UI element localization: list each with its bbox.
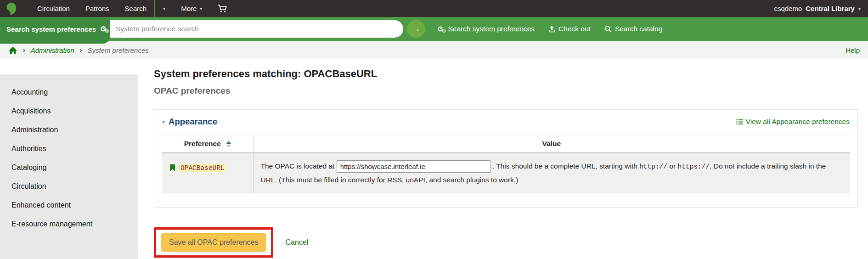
section-subtitle: OPAC preferences (154, 86, 858, 96)
preference-name: OPACBaseURL (179, 164, 226, 172)
quicklink-search-catalog[interactable]: Search catalog (604, 25, 662, 33)
breadcrumb-separator-icon: › (80, 46, 82, 54)
breadcrumb-current-page: System preferences (87, 46, 148, 54)
opacbaseurl-input[interactable] (337, 160, 490, 173)
help-link[interactable]: Help (845, 46, 860, 54)
chevron-down-icon: ▾ (200, 6, 202, 11)
form-actions: Save all OPAC preferences Cancel (154, 227, 858, 258)
arrow-right-icon: → (412, 24, 421, 34)
sidebar-item-enhanced-content[interactable]: Enhanced content (11, 201, 138, 209)
appearance-heading: Appearance (169, 117, 217, 127)
top-navbar: Circulation Patrons Search ▾ More▾ csqde… (0, 0, 868, 17)
search-submit-button[interactable]: → (407, 20, 425, 38)
page-title: System preferences matching: OPACBaseURL (154, 68, 858, 80)
view-all-appearance-link[interactable]: View all Appearance preferences (736, 118, 850, 126)
gears-icon: ⚙⚙ (437, 25, 445, 34)
quicklink-search-system-preferences[interactable]: ⚙⚙ Search system preferences (437, 25, 535, 34)
preference-value-cell: The OPAC is located at . This should be … (253, 153, 850, 193)
quicklink-check-out[interactable]: Check out (548, 25, 591, 33)
menu-search[interactable]: Search (117, 0, 155, 17)
caret-down-icon: ▾ (162, 118, 165, 125)
preferences-table: Preference Value OPACBaseURL The OPA (162, 135, 850, 193)
list-icon (736, 119, 743, 125)
sidebar-item-acquisitions[interactable]: Acquisitions (11, 107, 138, 115)
menu-more[interactable]: More▾ (173, 0, 210, 17)
koha-logo-icon[interactable] (5, 2, 18, 16)
home-icon (8, 46, 17, 55)
sidebar-item-cataloging[interactable]: Cataloging (11, 163, 138, 172)
save-all-opac-preferences-button[interactable]: Save all OPAC preferences (161, 233, 266, 252)
main-panel: System preferences matching: OPACBaseURL… (138, 59, 868, 259)
menu-search-dropdown[interactable]: ▾ (155, 0, 173, 17)
appearance-panel: ▾ Appearance View all Appearance prefere… (154, 109, 858, 208)
library-name: Central Library (806, 5, 855, 12)
gears-icon: ⚙⚙ (100, 25, 107, 34)
search-tab-label: Search system preferences (6, 25, 96, 33)
appearance-collapse-toggle[interactable]: ▾ Appearance (162, 117, 217, 127)
top-menu: Circulation Patrons Search ▾ More▾ (29, 0, 235, 17)
user-name: csqdemo (774, 5, 802, 12)
preference-name-cell: OPACBaseURL (162, 153, 253, 193)
breadcrumb-administration[interactable]: Administration (31, 46, 74, 54)
cart-icon (218, 4, 227, 13)
annotation-highlight-box: Save all OPAC preferences (154, 227, 273, 258)
content-area: Accounting Acquisitions Administration A… (0, 59, 868, 259)
chevron-down-icon: ▾ (163, 6, 165, 11)
chevron-down-icon: ▾ (858, 6, 861, 11)
sidebar-item-administration[interactable]: Administration (11, 126, 138, 134)
menu-patrons[interactable]: Patrons (78, 0, 117, 17)
search-icon (604, 25, 612, 33)
sidebar-item-eresource-management[interactable]: E-resource management (11, 220, 138, 228)
check-out-icon (548, 25, 555, 33)
column-header-value[interactable]: Value (253, 135, 850, 153)
bookmark-icon (169, 164, 175, 172)
breadcrumb: › Administration › System preferences He… (0, 41, 868, 59)
search-header-band: Search system preferences ⚙⚙ → ⚙⚙ Search… (0, 17, 868, 41)
header-quicklinks: ⚙⚙ Search system preferences Check out S… (437, 17, 662, 41)
cancel-link[interactable]: Cancel (285, 238, 308, 247)
menu-circulation[interactable]: Circulation (29, 0, 78, 17)
breadcrumb-separator-icon: › (23, 46, 25, 54)
home-link[interactable] (8, 45, 17, 54)
column-header-preference[interactable]: Preference (162, 135, 253, 153)
sidebar-item-circulation[interactable]: Circulation (11, 182, 138, 191)
sidebar-item-accounting[interactable]: Accounting (11, 88, 138, 96)
code-https: https:// (677, 163, 710, 170)
preferences-sidebar: Accounting Acquisitions Administration A… (0, 74, 138, 259)
sort-icon[interactable] (226, 141, 231, 147)
search-context-tab: Search system preferences ⚙⚙ (0, 17, 110, 44)
logged-in-user-menu[interactable]: csqdemo Central Library ▾ (774, 5, 861, 12)
sidebar-item-authorities[interactable]: Authorities (11, 145, 138, 153)
cart-button[interactable] (210, 0, 235, 17)
system-preference-search-input[interactable] (104, 20, 403, 38)
code-http: http:// (639, 163, 667, 170)
table-row: OPACBaseURL The OPAC is located at . Thi… (162, 153, 850, 193)
